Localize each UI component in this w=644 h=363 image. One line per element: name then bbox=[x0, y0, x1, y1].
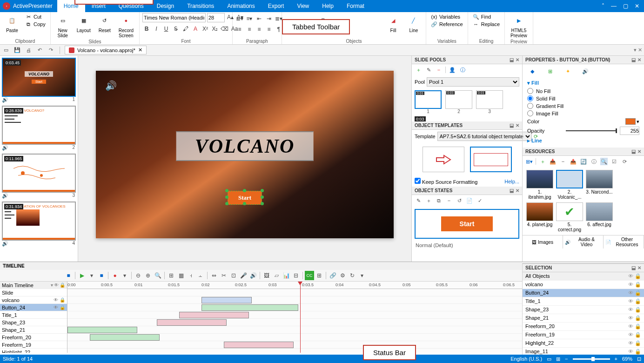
check-icon[interactable]: ✓ bbox=[476, 197, 483, 204]
add-icon[interactable]: ＋ bbox=[415, 66, 422, 74]
view-grid-icon[interactable]: ⊞ bbox=[556, 356, 560, 362]
color-dropdown-icon[interactable]: ▾ bbox=[637, 119, 639, 125]
paste-button[interactable]: 📋Paste bbox=[3, 13, 21, 34]
minimize-ribbon-icon[interactable]: ˄ bbox=[602, 3, 604, 9]
bold-icon[interactable]: B bbox=[142, 25, 151, 33]
indent-inc-icon[interactable]: ⇥ bbox=[265, 14, 273, 23]
slide-title[interactable]: VOLCANO bbox=[176, 131, 314, 161]
align2-icon[interactable]: ⫠ bbox=[196, 271, 205, 280]
new-doc-icon[interactable]: ▭ bbox=[2, 46, 10, 54]
underline-icon[interactable]: U bbox=[162, 25, 170, 33]
find-button[interactable]: 🔍Find bbox=[471, 13, 502, 20]
split-icon[interactable]: ⇔ bbox=[209, 271, 219, 280]
gradient-fill-radio[interactable]: Gradient Fill bbox=[527, 103, 639, 109]
state-preview[interactable]: Start bbox=[415, 209, 519, 239]
tab-view[interactable]: View bbox=[290, 0, 315, 12]
bullets-icon[interactable]: ≣▾ bbox=[235, 14, 244, 23]
record-icon[interactable]: ■ bbox=[97, 271, 106, 280]
mic-icon[interactable]: 🎤 bbox=[239, 271, 248, 280]
variables-button[interactable]: (x)Variables bbox=[429, 13, 465, 20]
copy-button[interactable]: ⧉Copy bbox=[23, 20, 47, 28]
tab-help[interactable]: Help bbox=[315, 0, 340, 12]
snap-icon[interactable]: ⊞ bbox=[167, 271, 176, 280]
sound-icon[interactable]: 🔊 bbox=[105, 80, 117, 91]
slide-thumb-2[interactable]: WHAT IS A VOLCANO?▬▬▬▬▬▬▬▬▬▬▬▬0:28.839 🔊… bbox=[2, 106, 76, 151]
sel-all-objects[interactable]: All Objects👁 🔒 bbox=[523, 272, 644, 281]
tab-animations[interactable]: Animations bbox=[221, 0, 261, 12]
subscript-icon[interactable]: X₂ bbox=[211, 25, 219, 33]
tl-row-volcano[interactable]: volcano👁 🔒 bbox=[0, 296, 67, 304]
res-tab-av[interactable]: 🔊Audio & Video bbox=[563, 235, 604, 249]
tl-row-shape21[interactable]: Shape_21 bbox=[0, 326, 67, 334]
align-icon[interactable]: ⫞ bbox=[186, 271, 195, 280]
maximize-icon[interactable]: ▢ bbox=[623, 3, 628, 9]
italic-icon[interactable]: I bbox=[152, 25, 161, 33]
sel-row[interactable]: Shape_23👁 🔒 bbox=[523, 306, 644, 314]
zoom-in-icon[interactable]: + bbox=[615, 356, 617, 362]
res-tab-other[interactable]: 📄Other Resources bbox=[604, 235, 644, 249]
edit-icon[interactable]: ✎ bbox=[425, 66, 432, 74]
fill-button[interactable]: ◢Fill bbox=[384, 13, 402, 34]
replace-res-icon[interactable]: 🔄 bbox=[580, 158, 587, 165]
close-icon[interactable]: ✕ bbox=[516, 57, 519, 62]
minimize-icon[interactable]: — bbox=[611, 3, 617, 9]
slide-thumb-3[interactable]: 0:11.965 🔊3 bbox=[2, 154, 76, 199]
sel-row[interactable]: Button_24👁 🔒 bbox=[523, 289, 644, 297]
resource-item[interactable]: ✔5. correct.png bbox=[556, 202, 583, 232]
add-res-icon[interactable]: ＋ bbox=[539, 158, 546, 165]
crop-icon[interactable]: ⊡ bbox=[229, 271, 238, 280]
no-fill-radio[interactable]: No Fill bbox=[527, 88, 639, 94]
slide-thumb-1[interactable]: VOLCANOStart0:03.45 🔊1 bbox=[2, 58, 76, 103]
pool-thumb-1[interactable]: 0:03 bbox=[415, 90, 442, 109]
html5-preview-button[interactable]: ▶HTML5 Preview bbox=[508, 13, 530, 39]
gear-icon[interactable]: ⚙ bbox=[338, 271, 347, 280]
new-slide-button[interactable]: ▭New Slide bbox=[54, 13, 72, 39]
tl-row-button24[interactable]: Button_24👁 🔒 bbox=[0, 304, 67, 311]
prop-tab-audio[interactable]: 🔊 bbox=[580, 66, 590, 76]
zoom-out-icon[interactable]: − bbox=[565, 356, 568, 362]
font-color-icon[interactable]: A bbox=[191, 25, 200, 33]
prop-tab-size[interactable]: ⊞ bbox=[545, 66, 555, 76]
opacity-slider[interactable] bbox=[566, 130, 617, 131]
resource-item[interactable]: 3. Narcond... bbox=[586, 170, 613, 200]
language-button[interactable]: English (U.S.) bbox=[510, 356, 542, 362]
fade-icon[interactable]: ▱ bbox=[272, 271, 281, 280]
info-res-icon[interactable]: ⓘ bbox=[590, 158, 597, 165]
grid-icon[interactable]: ▦ bbox=[176, 271, 186, 280]
help-link[interactable]: Help... bbox=[504, 179, 519, 184]
vol-icon[interactable]: 🔊 bbox=[248, 271, 258, 280]
del-state-icon[interactable]: − bbox=[445, 197, 453, 204]
clear-format-icon[interactable]: ⌫ bbox=[221, 25, 229, 33]
fill-section-header[interactable]: ▾ Fill bbox=[527, 80, 639, 86]
sel-row[interactable]: Freeform_20👁 🔒 bbox=[523, 323, 644, 331]
cc-icon[interactable]: CC bbox=[305, 271, 314, 280]
line-section-header[interactable]: ▸ Line bbox=[527, 138, 639, 144]
record-screen-button[interactable]: ●Record Screen bbox=[116, 13, 136, 39]
edit-state-icon[interactable]: ✎ bbox=[415, 197, 422, 204]
tl-row-freeform19[interactable]: Freeform_19 bbox=[0, 341, 67, 349]
resource-item[interactable]: 4. planet.jpg bbox=[526, 202, 553, 232]
font-family-select[interactable] bbox=[142, 13, 206, 22]
print-icon[interactable]: 🖨 bbox=[24, 46, 33, 54]
prop-tab-fx[interactable]: ✦ bbox=[563, 66, 573, 76]
copy-state-icon[interactable]: 📄 bbox=[466, 197, 473, 204]
rec-audio-icon[interactable]: ● bbox=[110, 271, 120, 280]
tl-row-highlight22[interactable]: Highlight_22 bbox=[0, 349, 67, 353]
slide-canvas[interactable]: 🔊 VOLCANO Start bbox=[96, 71, 394, 238]
remove-res-icon[interactable]: − bbox=[559, 158, 567, 165]
pool-thumb-3[interactable]: 0:03 bbox=[476, 90, 503, 109]
sel-row[interactable]: Highlight_22👁 🔒 bbox=[523, 339, 644, 348]
resource-item[interactable]: 6. affect.jpg bbox=[586, 202, 613, 232]
play-icon[interactable]: ▶ bbox=[77, 271, 87, 280]
numbering-icon[interactable]: ≡▾ bbox=[245, 14, 254, 23]
img-icon[interactable]: 🖼 bbox=[262, 271, 271, 280]
add-state-icon[interactable]: ＋ bbox=[425, 197, 432, 204]
sel-row[interactable]: Freeform_19👁 🔒 bbox=[523, 331, 644, 339]
select-all-icon[interactable]: ☑ bbox=[610, 158, 618, 165]
dd-icon[interactable]: ▾ bbox=[51, 282, 53, 288]
align-right-icon[interactable]: ≡ bbox=[255, 25, 263, 34]
keep-format-checkbox[interactable]: Keep Source Formatting bbox=[415, 178, 477, 185]
pool-thumb-2[interactable]: 0:03 bbox=[445, 90, 472, 109]
line-button[interactable]: ╱Line bbox=[404, 13, 423, 34]
indent-dec-icon[interactable]: ⇤ bbox=[255, 14, 263, 23]
